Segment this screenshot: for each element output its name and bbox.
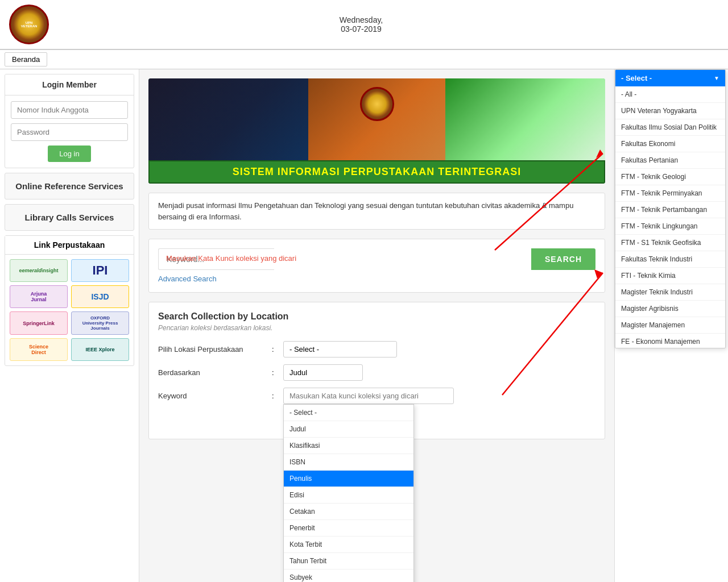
location-option-0[interactable]: - All - bbox=[615, 86, 725, 103]
right-panel: - Select - ▼ - All -UPN Veteran Yogyakar… bbox=[614, 69, 728, 582]
banner: SISTEM INFORMASI PERPUSTAKAAN TERINTEGRA… bbox=[148, 78, 605, 184]
location-option-3[interactable]: Fakultas Ekonomi bbox=[615, 136, 725, 152]
search-input-wrap: Masukan Kata Kunci koleksi yang dicari bbox=[158, 248, 531, 270]
link-sciencedirect[interactable]: ScienceDirect bbox=[10, 338, 68, 361]
location-option-4[interactable]: Fakultas Pertanian bbox=[615, 152, 725, 169]
location-option-1[interactable]: UPN Veteran Yogyakarta bbox=[615, 103, 725, 119]
keyword-option-2[interactable]: Klasifikasi bbox=[284, 438, 413, 454]
location-option-15[interactable]: FE - Ekonomi Manajemen bbox=[615, 334, 725, 348]
main-content: SISTEM INFORMASI PERPUSTAKAAN TERINTEGRA… bbox=[139, 69, 614, 582]
keyword-option-8[interactable]: Kota Terbit bbox=[284, 537, 413, 553]
berdasarkan-label: Berdasarkan bbox=[158, 368, 272, 377]
location-colon: : bbox=[272, 345, 283, 354]
dropdown-arrow-icon: ▼ bbox=[714, 75, 719, 81]
keyword-option-6[interactable]: Cetakan bbox=[284, 504, 413, 520]
keyword-input[interactable] bbox=[283, 388, 454, 404]
location-option-14[interactable]: Magister Manajemen bbox=[615, 317, 725, 334]
keyword-option-4[interactable]: Penulis bbox=[284, 471, 413, 487]
login-title: Login Member bbox=[5, 74, 134, 95]
main-search-input[interactable] bbox=[158, 248, 274, 270]
location-control-wrap: - Select - bbox=[283, 341, 595, 357]
login-section: Login Member Log in bbox=[5, 74, 134, 168]
location-option-13[interactable]: Magister Agribisnis bbox=[615, 301, 725, 317]
location-list[interactable]: - All -UPN Veteran YogyakartaFakultas Il… bbox=[615, 86, 725, 348]
keyword-label: Keyword bbox=[158, 392, 272, 400]
collection-search: Search Collection by Location Pencarian … bbox=[148, 302, 605, 439]
link-emerald[interactable]: eemeraldinsight bbox=[10, 259, 68, 282]
description-text: Menjadi pusat informasi Ilmu Pengetahuan… bbox=[158, 201, 573, 221]
berdasarkan-colon: : bbox=[272, 368, 283, 377]
member-id-input[interactable] bbox=[11, 101, 128, 119]
collection-search-title: Search Collection by Location bbox=[158, 311, 595, 322]
keyword-option-5[interactable]: Edisi bbox=[284, 487, 413, 504]
login-button[interactable]: Log in bbox=[48, 146, 90, 162]
berdasarkan-select[interactable]: Judul bbox=[283, 364, 363, 381]
online-ref-title: Online Reference Services bbox=[5, 173, 134, 199]
main-search-box: Masukan Kata Kunci koleksi yang dicari S… bbox=[148, 239, 605, 293]
online-reference-services[interactable]: Online Reference Services bbox=[5, 173, 134, 199]
keyword-control-wrap: - Select -JudulKlasifikasiISBNPenulisEdi… bbox=[283, 388, 595, 404]
date-line2: 03-07-2019 bbox=[340, 24, 383, 34]
description: Menjadi pusat informasi Ilmu Pengetahuan… bbox=[148, 193, 605, 230]
university-logo: UPNVETERAN bbox=[9, 5, 49, 44]
link-ieee[interactable]: IEEE Xplore bbox=[71, 338, 129, 361]
location-row: Pilih Lokasi Perpustakaan : - Select - bbox=[158, 341, 595, 357]
location-dropdown-selected: - Select - bbox=[621, 74, 652, 82]
location-option-12[interactable]: Magister Teknik Industri bbox=[615, 284, 725, 301]
link-ipi[interactable]: IPI bbox=[71, 259, 129, 282]
beranda-button[interactable]: Beranda bbox=[5, 52, 47, 66]
banner-logo bbox=[360, 87, 394, 121]
location-dropdown-panel: - Select - ▼ - All -UPN Veteran Yogyakar… bbox=[615, 69, 726, 348]
link-arjuna[interactable]: ArjunaJurnal bbox=[10, 285, 68, 308]
location-option-7[interactable]: FTM - Teknik Pertambangan bbox=[615, 202, 725, 218]
location-option-5[interactable]: FTM - Teknik Geologi bbox=[615, 169, 725, 185]
link-springer[interactable]: SpringerLink bbox=[10, 311, 68, 335]
location-select[interactable]: - Select - bbox=[283, 341, 397, 357]
keyword-option-9[interactable]: Tahun Terbit bbox=[284, 553, 413, 569]
keyword-colon: : bbox=[272, 392, 283, 400]
keyword-option-1[interactable]: Judul bbox=[284, 421, 413, 438]
keyword-row: Keyword : - Select -JudulKlasifikasiISBN… bbox=[158, 388, 595, 404]
lib-calls-title: Library Calls Services bbox=[5, 205, 134, 230]
location-option-9[interactable]: FTM - S1 Teknik Geofisika bbox=[615, 235, 725, 251]
main-search-button[interactable]: SEARCH bbox=[531, 248, 595, 270]
logo-area: UPNVETERAN bbox=[9, 5, 49, 44]
location-label: Pilih Lokasi Perpustakaan bbox=[158, 345, 272, 354]
collection-search-subtitle: Pencarian koleksi berdasarkan lokasi. bbox=[158, 324, 595, 332]
keyword-option-7[interactable]: Penerbit bbox=[284, 520, 413, 537]
link-isjd[interactable]: ISJD bbox=[71, 285, 129, 308]
banner-title: SISTEM INFORMASI PERPUSTAKAAN TERINTEGRA… bbox=[148, 160, 605, 184]
link-oxford[interactable]: OXFORDUniversity PressJournals bbox=[71, 311, 129, 335]
nav-bar: Beranda bbox=[0, 50, 728, 69]
keyword-option-3[interactable]: ISBN bbox=[284, 454, 413, 471]
date-display: Wednesday, 03-07-2019 bbox=[340, 15, 383, 34]
main-layout: Login Member Log in Online Reference Ser… bbox=[0, 69, 728, 582]
location-option-11[interactable]: FTI - Teknik Kimia bbox=[615, 268, 725, 284]
location-option-2[interactable]: Fakultas Ilmu Sosial Dan Politik bbox=[615, 119, 725, 136]
link-perpustakaan-section: Link Perpustakaan eemeraldinsight IPI Ar… bbox=[5, 235, 134, 366]
date-line1: Wednesday, bbox=[340, 15, 383, 24]
location-option-8[interactable]: FTM - Teknik Lingkungan bbox=[615, 218, 725, 235]
password-input[interactable] bbox=[11, 123, 128, 141]
berdasarkan-control-wrap: Judul bbox=[283, 364, 595, 381]
location-option-6[interactable]: FTM - Teknik Perminyakan bbox=[615, 185, 725, 202]
link-grid: eemeraldinsight IPI ArjunaJurnal ISJD Sp… bbox=[5, 255, 134, 365]
keyword-dropdown: - Select -JudulKlasifikasiISBNPenulisEdi… bbox=[283, 404, 414, 582]
location-dropdown-header: - Select - ▼ bbox=[615, 70, 725, 86]
advanced-search-link[interactable]: Advanced Search bbox=[158, 275, 217, 283]
sidebar: Login Member Log in Online Reference Ser… bbox=[0, 69, 139, 582]
berdasarkan-row: Berdasarkan : Judul bbox=[158, 364, 595, 381]
keyword-option-10[interactable]: Subyek bbox=[284, 569, 413, 582]
location-option-10[interactable]: Fakultas Teknik Industri bbox=[615, 251, 725, 268]
library-calls-services[interactable]: Library Calls Services bbox=[5, 204, 134, 231]
keyword-option-0[interactable]: - Select - bbox=[284, 405, 413, 421]
link-perpustakaan-title: Link Perpustakaan bbox=[5, 236, 134, 255]
header: UPNVETERAN Wednesday, 03-07-2019 bbox=[0, 0, 728, 50]
